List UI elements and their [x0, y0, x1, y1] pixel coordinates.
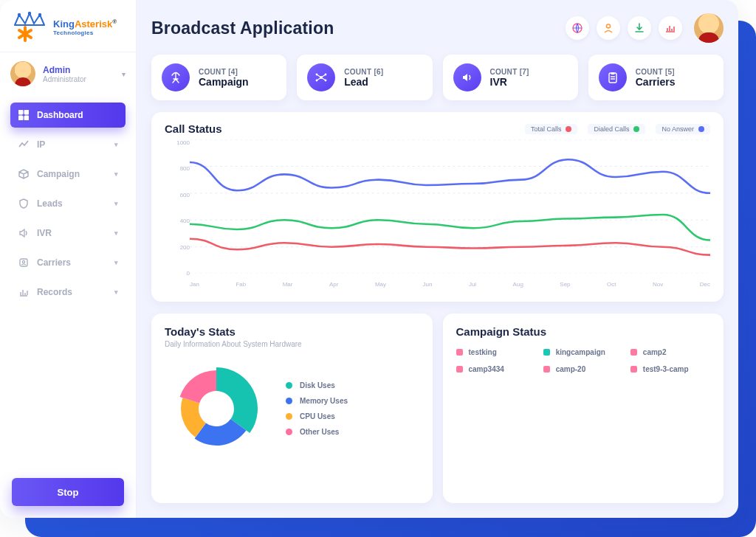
nav: Dashboard IP ▾ Campaign ▾ Leads ▾ [0, 95, 136, 305]
campaign-item: test9-3-camp [630, 365, 710, 373]
user-chip[interactable]: Admin Administrator ▾ [0, 52, 136, 95]
svg-point-11 [607, 24, 611, 28]
svg-rect-6 [18, 116, 23, 120]
sidebar-item-records[interactable]: Records ▾ [10, 280, 126, 305]
sidebar: KingAsterisk® Technologies Admin Adminis… [0, 0, 137, 518]
header: Broadcast Application [151, 13, 724, 43]
page-title: Broadcast Application [151, 18, 334, 38]
trend-icon [18, 139, 30, 150]
chevron-down-icon: ▾ [114, 200, 118, 207]
download-icon-button[interactable] [628, 16, 651, 40]
nav-label: IP [37, 139, 45, 150]
donut-legend: Disk UsesMemory UsesCPU UsesOther Uses [286, 381, 348, 436]
user-icon-button[interactable] [597, 16, 620, 40]
dot-icon [286, 382, 292, 389]
square-icon [543, 366, 550, 373]
campaign-label: camp-20 [556, 365, 586, 373]
box-icon [18, 168, 30, 180]
legend-label: CPU Uses [300, 412, 335, 420]
campaign-item: camp3434 [456, 365, 536, 373]
brand-name2: Asterisk [75, 18, 112, 30]
brand-sub: Technologies [53, 30, 117, 36]
campaign-item: camp2 [630, 348, 710, 356]
svg-point-1 [28, 12, 31, 15]
dot-icon [698, 126, 704, 132]
user-role: Administrator [43, 75, 86, 83]
legend-label: Total Calls [531, 125, 562, 133]
stat-card-carriers[interactable]: COUNT [5]Carriers [588, 55, 724, 100]
sidebar-item-ivr[interactable]: IVR ▾ [10, 221, 126, 246]
campaign-label: testking [469, 348, 497, 356]
svg-rect-5 [24, 110, 29, 114]
legend-item: CPU Uses [286, 412, 348, 420]
stat-label: Carriers [636, 76, 676, 88]
main: Broadcast Application COUNT [4]Campaign [137, 0, 738, 518]
stat-label: Campaign [199, 76, 249, 88]
svg-rect-18 [611, 72, 614, 75]
legend-label: Memory Uses [300, 397, 348, 405]
brand: KingAsterisk® Technologies [0, 0, 136, 52]
nav-label: IVR [37, 228, 52, 238]
nav-label: Leads [37, 198, 63, 209]
shield-icon [18, 198, 30, 209]
stat-count: COUNT [4] [199, 68, 249, 76]
stat-count: COUNT [6] [344, 68, 383, 76]
legend-item: Dialed Calls [588, 124, 645, 134]
legend-label: Dialed Calls [594, 125, 629, 133]
legend-item: Memory Uses [286, 397, 348, 405]
call-status-panel: Call Status Total Calls Dialed Calls No … [151, 112, 724, 302]
chart-legend: Total Calls Dialed Calls No Answer [525, 124, 710, 134]
svg-point-9 [22, 260, 24, 263]
nav-label: Records [37, 287, 72, 297]
chevron-down-icon: ▾ [114, 259, 118, 266]
brand-name1: King [53, 18, 75, 30]
chevron-down-icon: ▾ [114, 170, 118, 178]
svg-rect-4 [18, 110, 23, 114]
nav-label: Dashboard [37, 110, 83, 120]
chevron-down-icon: ▾ [114, 229, 118, 237]
header-actions [566, 13, 724, 43]
svg-point-25 [202, 394, 231, 423]
sidebar-item-carriers[interactable]: Carriers ▾ [10, 250, 126, 275]
contact-icon [18, 257, 30, 268]
svg-point-0 [18, 13, 21, 16]
stat-label: Lead [344, 76, 383, 88]
campaign-label: camp3434 [469, 365, 504, 373]
sidebar-item-ip[interactable]: IP ▾ [10, 132, 126, 157]
legend-item: No Answer [656, 124, 710, 134]
avatar-icon[interactable] [694, 13, 724, 43]
brand-text: KingAsterisk® Technologies [53, 18, 117, 36]
stat-card-campaign[interactable]: COUNT [4]Campaign [151, 55, 286, 100]
dot-icon [286, 413, 292, 420]
stat-card-lead[interactable]: COUNT [6]Lead [297, 55, 432, 100]
square-icon [543, 349, 550, 356]
brand-logo-icon [10, 10, 49, 43]
stat-count: COUNT [7] [490, 68, 529, 76]
stat-label: IVR [490, 76, 529, 88]
campaign-list: testkingkingcampaigncamp2camp3434camp-20… [456, 348, 711, 373]
donut-chart [165, 357, 268, 460]
globe-icon-button[interactable] [566, 16, 589, 40]
campaign-item: camp-20 [543, 365, 623, 373]
panel-title: Call Status [165, 122, 222, 135]
chevron-down-icon: ▾ [114, 141, 118, 148]
stop-button[interactable]: Stop [12, 478, 124, 506]
sidebar-item-dashboard[interactable]: Dashboard [10, 103, 126, 128]
square-icon [456, 366, 463, 373]
avatar-icon [10, 61, 35, 86]
analytics-icon-button[interactable] [659, 16, 682, 40]
clipboard-icon [599, 63, 627, 91]
dot-icon [286, 398, 292, 404]
campaign-label: test9-3-camp [643, 365, 689, 373]
panel-subtitle: Daily Information About System Hardware [165, 340, 419, 348]
svg-rect-7 [24, 116, 29, 120]
line-chart: 10008006004002000 JanFabMarAprMayJunJulA… [165, 139, 710, 294]
chevron-down-icon: ▾ [122, 70, 126, 78]
legend-item: Disk Uses [286, 381, 348, 389]
sidebar-item-campaign[interactable]: Campaign ▾ [10, 162, 126, 187]
stat-card-ivr[interactable]: COUNT [7]IVR [443, 55, 578, 100]
sound-icon [453, 63, 481, 91]
sidebar-item-leads[interactable]: Leads ▾ [10, 191, 126, 216]
legend-label: No Answer [662, 125, 694, 133]
legend-label: Other Uses [300, 428, 339, 436]
